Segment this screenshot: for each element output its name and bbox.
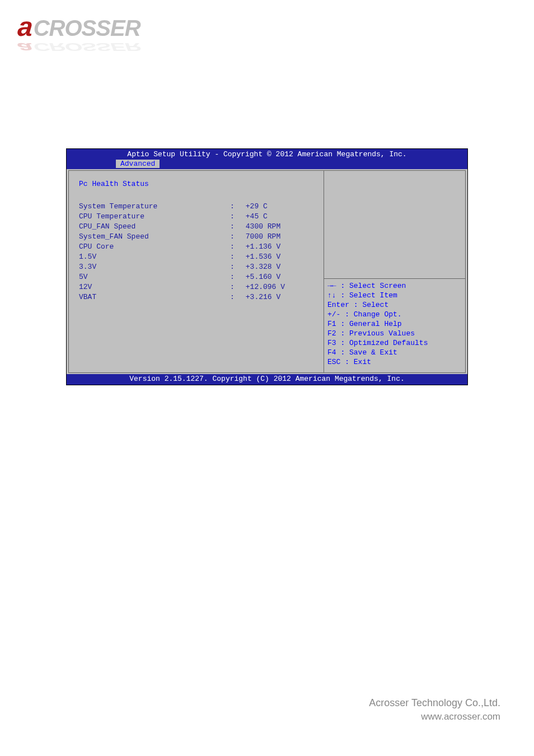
section-title: Pc Health Status — [79, 180, 319, 188]
help-enter-select: Enter : Select — [327, 300, 462, 310]
row-1p5v: 1.5V : +1.536 V — [79, 252, 319, 262]
row-cpu-fan-speed: CPU_FAN Speed : 4300 RPM — [79, 222, 319, 232]
help-esc-exit: ESC : Exit — [327, 357, 462, 367]
help-f4-save-exit: F4 : Save & Exit — [327, 348, 462, 357]
row-label: 3.3V — [79, 262, 230, 272]
row-label: VBAT — [79, 292, 230, 302]
page-footer: Acrosser Technology Co.,Ltd. www.acrosse… — [369, 697, 500, 722]
row-label: CPU Core — [79, 242, 230, 252]
help-f2-previous: F2 : Previous Values — [327, 329, 462, 338]
row-cpu-core: CPU Core : +1.136 V — [79, 242, 319, 252]
bios-window: Aptio Setup Utility - Copyright © 2012 A… — [66, 148, 468, 385]
row-12v: 12V : +12.096 V — [79, 282, 319, 292]
row-label: 12V — [79, 282, 230, 292]
row-value: 7000 RPM — [241, 232, 319, 242]
row-value: +3.216 V — [241, 292, 319, 302]
acrosser-logo: aCROSSER aCROSSER — [17, 11, 140, 42]
help-f3-defaults: F3 : Optimized Defaults — [327, 338, 462, 348]
row-label: System_FAN Speed — [79, 232, 230, 242]
row-vbat: VBAT : +3.216 V — [79, 292, 319, 302]
footer-site: www.acrosser.com — [369, 711, 500, 722]
row-value: +12.096 V — [241, 282, 319, 292]
row-value: +1.536 V — [241, 252, 319, 262]
row-system-fan-speed: System_FAN Speed : 7000 RPM — [79, 232, 319, 242]
row-3p3v: 3.3V : +3.328 V — [79, 262, 319, 272]
row-value: +45 C — [241, 212, 319, 222]
row-label: 1.5V — [79, 252, 230, 262]
bios-version: Version 2.15.1227. Copyright (C) 2012 Am… — [67, 374, 467, 385]
row-5v: 5V : +5.160 V — [79, 272, 319, 282]
row-value: +1.136 V — [241, 242, 319, 252]
row-label: CPU_FAN Speed — [79, 222, 230, 232]
bios-title: Aptio Setup Utility - Copyright © 2012 A… — [67, 149, 467, 160]
row-cpu-temperature: CPU Temperature : +45 C — [79, 212, 319, 222]
row-value: +3.328 V — [241, 262, 319, 272]
tab-advanced[interactable]: Advanced — [116, 160, 160, 168]
bios-help-panel: →← : Select Screen ↑↓ : Select Item Ente… — [324, 171, 465, 372]
row-value: 4300 RPM — [241, 222, 319, 232]
row-value: +5.160 V — [241, 272, 319, 282]
bios-tabbar: Advanced — [67, 160, 467, 169]
row-label: System Temperature — [79, 202, 230, 212]
help-f1-general: F1 : General Help — [327, 319, 462, 329]
row-label: 5V — [79, 272, 230, 282]
help-select-item: ↑↓ : Select Item — [327, 291, 462, 300]
help-change-opt: +/- : Change Opt. — [327, 310, 462, 319]
logo-initial: a — [16, 11, 35, 42]
row-value: +29 C — [241, 202, 319, 212]
row-label: CPU Temperature — [79, 212, 230, 222]
logo-text: CROSSER — [34, 16, 140, 40]
row-system-temperature: System Temperature : +29 C — [79, 202, 319, 212]
bios-body: Pc Health Status System Temperature : +2… — [68, 170, 466, 373]
footer-company: Acrosser Technology Co.,Ltd. — [369, 697, 500, 709]
bios-main-panel: Pc Health Status System Temperature : +2… — [69, 171, 324, 372]
help-select-screen: →← : Select Screen — [327, 281, 462, 291]
